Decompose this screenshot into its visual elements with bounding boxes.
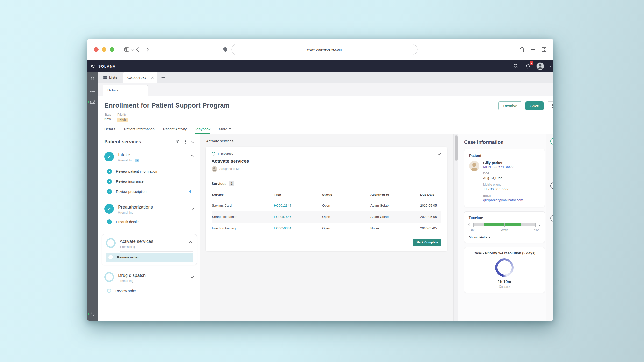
priority-label: Priority [117, 113, 128, 116]
group-title: Intake [118, 152, 139, 158]
minimize-window-button[interactable] [102, 47, 106, 52]
playbook-task[interactable]: Review order [104, 286, 195, 296]
priority-badge: High [117, 117, 128, 122]
presence-dot [88, 313, 89, 315]
home-icon [90, 76, 95, 81]
card-kebab-icon[interactable] [430, 152, 432, 156]
case-tab[interactable]: CS0001037 [123, 72, 158, 83]
close-window-button[interactable] [94, 47, 98, 52]
mark-complete-button[interactable]: Mark Complete [413, 239, 442, 246]
scrollbar-thumb[interactable] [455, 135, 458, 161]
rail-clock-icon[interactable] [550, 215, 554, 222]
url-bar[interactable]: www.yourwebsite.com [232, 44, 418, 55]
save-button[interactable]: Save [526, 101, 544, 110]
lists-label: Lists [109, 75, 117, 79]
lists-button[interactable]: Lists [98, 72, 122, 83]
group-header[interactable]: Drug dispatch 1 remaining [104, 272, 195, 283]
vertical-scrollbar[interactable] [454, 134, 458, 321]
table-row[interactable]: Injection training HC0056334 Open Nurse … [212, 223, 442, 234]
card-collapse-chevron-icon[interactable] [438, 152, 441, 155]
tab-patient-information[interactable]: Patient Information [124, 127, 154, 134]
task-link[interactable]: HC0056334 [274, 226, 322, 230]
sla-progress-ring [495, 259, 514, 277]
playbook-task[interactable]: Review patient information [104, 166, 195, 176]
tab-details-label: Details [108, 88, 118, 92]
tab-patient-activity[interactable]: Patient Activity [163, 127, 187, 134]
zoom-window-button[interactable] [110, 47, 114, 52]
shield-icon[interactable] [223, 47, 228, 52]
playbook-task[interactable]: Preauth details [104, 217, 195, 227]
chevron-down-icon[interactable] [190, 206, 194, 210]
group-header[interactable]: Activate services 1 remaining [106, 238, 193, 249]
timeline-next-chevron-icon[interactable] [538, 224, 541, 226]
forward-button[interactable] [145, 47, 149, 52]
playbook-group-activate-services: Activate services 1 remaining Review ord… [102, 234, 197, 265]
tab-details[interactable]: Details [103, 85, 148, 96]
rail-phone-button[interactable] [87, 311, 98, 317]
state-label: State [104, 113, 111, 116]
cell-due-date: 2020-05-05 [420, 226, 441, 230]
new-tab-icon[interactable] [530, 47, 536, 52]
playbook-task[interactable]: Review insurance [104, 176, 195, 187]
column-header: Assigned to [370, 193, 420, 196]
patient-mrn-link[interactable]: MRN 123 674 9999 [483, 165, 523, 169]
task-link[interactable]: HC0012344 [274, 204, 322, 207]
brand-logo[interactable]: SOLANA [90, 64, 116, 68]
filter-icon[interactable] [175, 140, 179, 144]
tab-playbook[interactable]: Playbook [195, 127, 210, 134]
resolve-button[interactable]: Resolve [498, 101, 522, 110]
user-avatar[interactable] [536, 62, 544, 70]
task-link[interactable]: HC0087646 [274, 215, 322, 219]
table-row[interactable]: Sharps container HC0087646 Open Adam Gol… [212, 211, 442, 223]
task-label: Review prescription [116, 190, 146, 194]
timeline-prev-chevron-icon[interactable] [468, 224, 471, 226]
chevron-down-icon[interactable] [190, 275, 194, 278]
email-link[interactable]: gillyparker@mailnator.com [483, 198, 523, 202]
table-row[interactable]: Savings Card HC0012344 Open Adam Golab 2… [212, 200, 442, 211]
column-header: Service [212, 193, 274, 196]
search-icon[interactable] [512, 62, 520, 70]
timeline-title: Timeline [469, 216, 540, 219]
url-text: www.yourwebsite.com [307, 47, 342, 51]
cell-service: Injection training [212, 226, 274, 230]
show-details-link[interactable]: Show details [469, 236, 540, 239]
chevron-up-icon[interactable] [190, 154, 194, 158]
chevron-down-icon [489, 237, 491, 238]
user-menu-chevron-icon[interactable] [548, 65, 551, 67]
chevron-up-icon[interactable] [189, 241, 192, 244]
cell-status: Open [322, 204, 370, 207]
nav-rail [87, 72, 98, 321]
sidebar-chevron-icon[interactable] [131, 48, 134, 51]
panel-collapse-chevron-icon[interactable] [191, 140, 194, 143]
group-badge: 1 [135, 159, 139, 162]
section-title: Activate services [206, 139, 447, 143]
lists-menu-icon [103, 76, 107, 79]
close-tab-icon[interactable] [151, 76, 154, 79]
sla-status: On track [468, 285, 541, 288]
rail-lists-button[interactable] [87, 88, 98, 93]
rail-activity-icon[interactable] [550, 138, 554, 145]
timeline-tick-label: 30min [501, 228, 508, 231]
cell-due-date: 2020-05-05 [420, 204, 441, 207]
mobile-label: Mobile phone [483, 183, 523, 186]
rail-inbox-button[interactable] [87, 99, 98, 104]
more-actions-button[interactable] [547, 101, 554, 110]
playbook-task[interactable]: Review prescription [104, 187, 195, 197]
tab-more[interactable]: More [219, 127, 231, 134]
stage-open-icon [106, 238, 116, 248]
panel-kebab-icon[interactable] [185, 140, 186, 144]
tab-details-nav[interactable]: Details [104, 127, 116, 134]
share-icon[interactable] [519, 46, 524, 53]
rail-home-button[interactable] [87, 76, 98, 81]
group-header[interactable]: Preauthorizations 0 remaining [104, 204, 195, 214]
playbook-task-selected[interactable]: Review order [106, 253, 193, 262]
back-button[interactable] [136, 47, 140, 52]
services-label: Services [212, 181, 226, 186]
group-header[interactable]: Intake 0 remaining 1 [104, 152, 195, 162]
add-tab-button[interactable] [158, 72, 169, 83]
notifications-bell-icon[interactable]: 6 [524, 62, 532, 70]
rail-phone-icon[interactable] [550, 182, 554, 189]
services-count-badge: 3 [229, 181, 234, 186]
tab-overview-icon[interactable] [542, 47, 547, 52]
sidebar-toggle-icon[interactable] [123, 45, 131, 53]
